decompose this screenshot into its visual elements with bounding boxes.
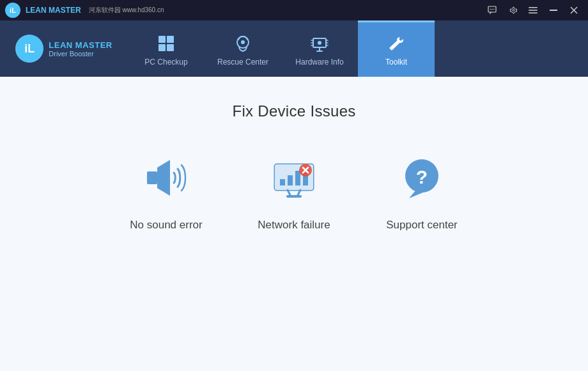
tools-row: No sound error: [128, 152, 460, 232]
titlebar: iL LEAN MASTER 河东软件园 www.hd360.cn: [0, 0, 588, 20]
nav-label-rescue-center: Rescue Center: [217, 58, 268, 67]
nav-item-hardware-info[interactable]: Hardware Info: [281, 20, 358, 77]
pc-checkup-icon: [156, 33, 176, 54]
titlebar-left: iL LEAN MASTER 河东软件园 www.hd360.cn: [5, 3, 164, 18]
nav-item-rescue-center[interactable]: Rescue Center: [205, 20, 281, 77]
svg-point-3: [493, 9, 495, 10]
svg-rect-27: [286, 195, 302, 198]
brand-main: LEAN MASTER: [49, 40, 112, 50]
svg-text:?: ?: [416, 166, 428, 187]
svg-rect-19: [147, 171, 157, 184]
main-content: Fix Device Issues No sound error: [0, 77, 588, 371]
brand-sub: Driver Booster: [49, 50, 112, 58]
navbar: iL LEAN MASTER Driver Booster PC Checkup: [0, 20, 588, 77]
svg-rect-14: [167, 44, 174, 51]
svg-rect-11: [159, 36, 166, 43]
svg-rect-24: [295, 171, 300, 186]
svg-point-16: [241, 40, 245, 44]
nav-item-toolkit[interactable]: Toolkit: [358, 20, 435, 77]
svg-point-1: [490, 9, 491, 10]
tool-network-failure[interactable]: Network failure: [256, 152, 332, 232]
page-title: Fix Device Issues: [232, 102, 355, 120]
svg-rect-12: [167, 36, 174, 43]
nav-item-pc-checkup[interactable]: PC Checkup: [128, 20, 205, 77]
svg-rect-8: [550, 10, 557, 11]
brand-text: LEAN MASTER Driver Booster: [49, 40, 112, 58]
svg-rect-7: [529, 13, 538, 14]
rescue-center-icon: [233, 33, 253, 54]
app-logo-small: iL: [5, 3, 20, 18]
close-button[interactable]: [565, 3, 583, 17]
svg-rect-22: [280, 179, 285, 186]
tool-no-sound-error[interactable]: No sound error: [128, 152, 205, 232]
feedback-button[interactable]: [483, 3, 501, 17]
tool-support-center[interactable]: ? Support center: [383, 152, 460, 232]
titlebar-watermark: 河东软件园 www.hd360.cn: [89, 6, 164, 15]
no-sound-icon: [141, 152, 192, 203]
nav-label-toolkit: Toolkit: [385, 58, 407, 67]
support-center-icon: ?: [396, 152, 447, 203]
brand-section: iL LEAN MASTER Driver Booster: [0, 20, 128, 77]
minimize-button[interactable]: [545, 3, 562, 17]
nav-label-pc-checkup: PC Checkup: [144, 58, 187, 67]
svg-rect-6: [529, 10, 538, 11]
svg-rect-23: [288, 175, 293, 186]
svg-rect-13: [159, 44, 166, 51]
titlebar-controls: [483, 3, 583, 17]
tool-label-support: Support center: [386, 219, 458, 232]
network-failure-icon: [268, 152, 320, 203]
titlebar-brand: LEAN MASTER: [26, 6, 81, 15]
menu-button[interactable]: [524, 3, 542, 17]
tool-label-network: Network failure: [258, 219, 330, 232]
svg-point-2: [491, 9, 493, 10]
hardware-info-icon: [309, 33, 330, 54]
wrench-button[interactable]: [504, 3, 522, 17]
svg-point-4: [513, 10, 514, 12]
tool-label-no-sound: No sound error: [130, 219, 202, 232]
svg-point-18: [318, 41, 321, 45]
svg-rect-5: [529, 7, 538, 8]
nav-items: PC Checkup Rescue Center: [128, 20, 588, 77]
brand-logo: iL: [15, 35, 43, 63]
toolkit-icon: [386, 33, 406, 54]
nav-label-hardware-info: Hardware Info: [295, 58, 343, 67]
